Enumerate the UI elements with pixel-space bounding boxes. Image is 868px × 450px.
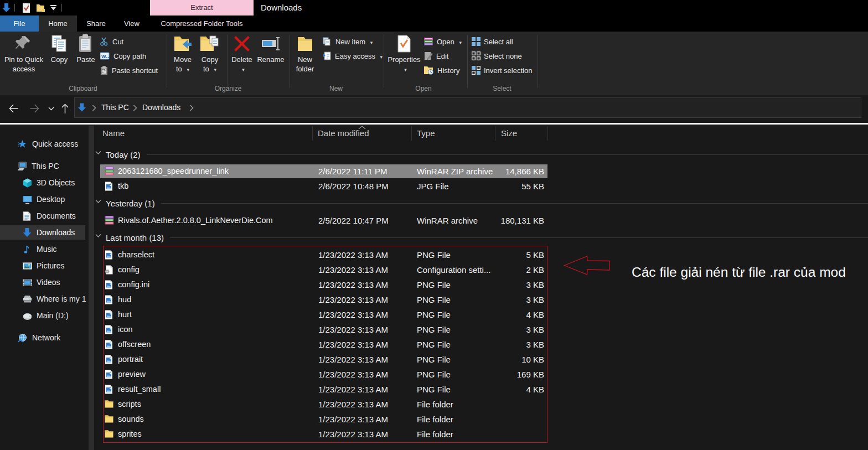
svg-text:W: W [101,54,106,59]
